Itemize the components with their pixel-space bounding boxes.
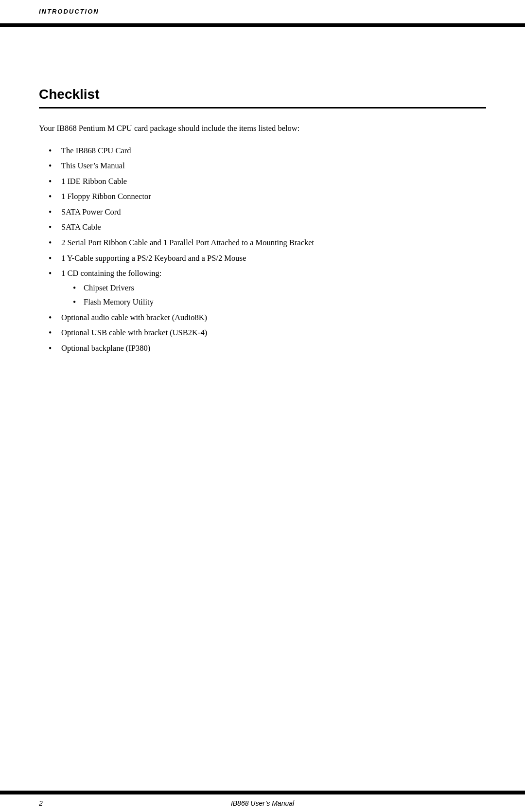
list-item: 1 CD containing the following: Chipset D…: [49, 267, 486, 308]
footer-bar: [0, 791, 525, 794]
sub-list-item-text: Chipset Drivers: [84, 283, 134, 292]
checklist-list: The IB868 CPU Card This User’s Manual 1 …: [39, 144, 486, 355]
list-item-text: SATA Power Cord: [61, 207, 121, 217]
top-header-bar: [0, 23, 525, 27]
page-container: INTRODUCTION Checklist Your IB868 Pentiu…: [0, 0, 525, 812]
list-item: 2 Serial Port Ribbon Cable and 1 Paralle…: [49, 236, 486, 249]
footer-manual-title: IB868 User’s Manual: [231, 799, 294, 807]
list-item: Optional backplane (IP380): [49, 342, 486, 355]
sub-list-item: Flash Memory Utility: [73, 296, 486, 308]
page-footer: 2 IB868 User’s Manual: [0, 791, 525, 812]
list-item-text: Optional backplane (IP380): [61, 343, 150, 353]
footer-page-number: 2: [39, 799, 43, 807]
list-item-text: The IB868 CPU Card: [61, 146, 131, 155]
footer-content: 2 IB868 User’s Manual: [0, 794, 525, 812]
list-item: SATA Power Cord: [49, 206, 486, 218]
intro-paragraph: Your IB868 Pentium M CPU card package sh…: [39, 122, 486, 135]
list-item: 1 Y-Cable supporting a PS/2 Keyboard and…: [49, 252, 486, 265]
list-item: SATA Cable: [49, 221, 486, 234]
list-item-text: 2 Serial Port Ribbon Cable and 1 Paralle…: [61, 238, 314, 247]
list-item: Optional USB cable with bracket (USB2K-4…: [49, 326, 486, 339]
sub-list-item: Chipset Drivers: [73, 282, 486, 294]
sub-list-item-text: Flash Memory Utility: [84, 297, 154, 307]
list-item: 1 Floppy Ribbon Connector: [49, 190, 486, 203]
main-content: Checklist Your IB868 Pentium M CPU card …: [0, 39, 525, 398]
list-item-text: SATA Cable: [61, 222, 101, 232]
list-item-text: 1 Y-Cable supporting a PS/2 Keyboard and…: [61, 253, 246, 263]
list-item-text: 1 IDE Ribbon Cable: [61, 177, 127, 186]
list-item-text: 1 CD containing the following:: [61, 269, 161, 278]
list-item: 1 IDE Ribbon Cable: [49, 175, 486, 188]
list-item-text: 1 Floppy Ribbon Connector: [61, 192, 151, 201]
list-item: The IB868 CPU Card: [49, 144, 486, 157]
page-title: Checklist: [39, 87, 486, 108]
sub-list: Chipset Drivers Flash Memory Utility: [61, 282, 486, 308]
top-header-section: INTRODUCTION: [0, 0, 525, 16]
list-item: This User’s Manual: [49, 160, 486, 172]
list-item-text: Optional USB cable with bracket (USB2K-4…: [61, 328, 207, 337]
list-item-text: Optional audio cable with bracket (Audio…: [61, 313, 207, 322]
section-label: INTRODUCTION: [39, 8, 99, 15]
list-item: Optional audio cable with bracket (Audio…: [49, 311, 486, 324]
list-item-text: This User’s Manual: [61, 161, 125, 170]
